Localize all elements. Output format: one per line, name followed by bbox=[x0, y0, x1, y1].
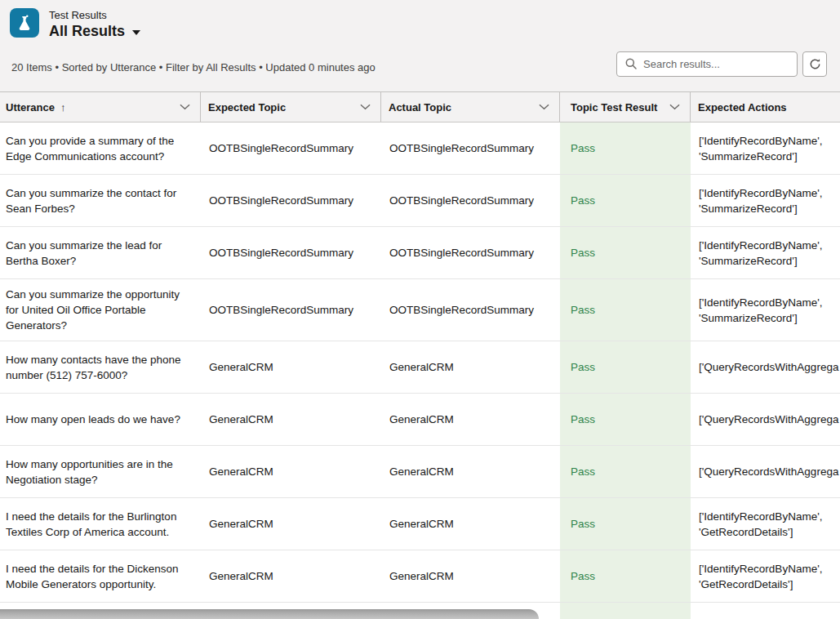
refresh-icon bbox=[809, 58, 821, 70]
cell-expected-topic: GeneralCRM bbox=[201, 446, 381, 497]
cell-topic-test-result: Pass bbox=[560, 498, 691, 550]
chevron-down-icon bbox=[360, 104, 371, 110]
cell-actual-topic: GeneralCRM bbox=[381, 498, 560, 550]
cell-expected-actions: ['IdentifyRecordByName', 'SummarizeRecor… bbox=[691, 122, 840, 174]
cell-topic-test-result: Pass bbox=[560, 279, 691, 341]
cell-expected-actions: ['IdentifyRecordByName' bbox=[691, 603, 840, 619]
cell-expected-topic: GeneralCRM bbox=[201, 498, 381, 550]
cell-topic-test-result: Pass bbox=[560, 394, 691, 445]
column-header-topic-test-result[interactable]: Topic Test Result bbox=[560, 92, 691, 122]
table-row: How many opportunities are in the Negoti… bbox=[0, 446, 840, 498]
search-icon bbox=[625, 58, 637, 69]
cell-expected-actions: ['QueryRecordsWithAggrega bbox=[691, 341, 840, 393]
cell-topic-test-result: Pass bbox=[560, 550, 691, 602]
cell-expected-topic: GeneralCRM bbox=[201, 394, 381, 445]
cell-topic-test-result bbox=[560, 603, 691, 619]
column-header-utterance[interactable]: Utterance ↑ bbox=[0, 92, 201, 122]
column-label: Expected Actions bbox=[698, 101, 787, 114]
list-info-text: 20 Items • Sorted by Utterance • Filter … bbox=[11, 61, 376, 73]
cell-expected-actions: ['IdentifyRecordByName', 'GetRecordDetai… bbox=[691, 550, 840, 602]
cell-topic-test-result: Pass bbox=[560, 122, 691, 174]
column-label: Utterance bbox=[6, 101, 55, 114]
cell-utterance: How many contacts have the phone number … bbox=[0, 341, 201, 393]
cell-expected-actions: ['IdentifyRecordByName', 'GetRecordDetai… bbox=[691, 498, 840, 550]
cell-expected-topic: OOTBSingleRecordSummary bbox=[201, 175, 381, 226]
object-label: Test Results bbox=[49, 9, 140, 21]
view-label: All Results bbox=[49, 23, 125, 40]
column-label: Expected Topic bbox=[208, 101, 286, 114]
column-header-expected-actions[interactable]: Expected Actions bbox=[691, 92, 840, 122]
chevron-down-icon bbox=[539, 104, 549, 110]
cell-actual-topic: GeneralCRM bbox=[381, 446, 560, 497]
list-view-selector[interactable]: All Results bbox=[49, 23, 140, 40]
cell-utterance: Can you provide a summary of the Edge Co… bbox=[0, 122, 201, 174]
cell-utterance: Can you summarize the contact for Sean F… bbox=[0, 175, 201, 226]
table-header-row: Utterance ↑ Expected Topic Actual Topic bbox=[0, 91, 840, 122]
column-menu-button[interactable] bbox=[357, 102, 374, 112]
table-row: How many contacts have the phone number … bbox=[0, 341, 840, 394]
docked-window-edge bbox=[0, 609, 539, 619]
cell-actual-topic: GeneralCRM bbox=[381, 341, 560, 393]
cell-topic-test-result: Pass bbox=[560, 227, 691, 278]
refresh-button[interactable] bbox=[802, 51, 827, 77]
flask-icon bbox=[16, 14, 33, 32]
table-row: Can you provide a summary of the Edge Co… bbox=[0, 122, 840, 175]
cell-actual-topic: OOTBSingleRecordSummary bbox=[381, 175, 560, 226]
search-box[interactable] bbox=[616, 51, 798, 77]
page-header: Test Results All Results 20 Items • Sort… bbox=[0, 0, 840, 91]
column-label: Topic Test Result bbox=[571, 101, 657, 114]
chevron-down-icon bbox=[669, 104, 680, 110]
cell-utterance: Can you summarize the opportunity for Un… bbox=[0, 279, 201, 341]
cell-actual-topic: OOTBSingleRecordSummary bbox=[381, 227, 560, 278]
test-results-page: Test Results All Results 20 Items • Sort… bbox=[0, 0, 840, 619]
title-row: Test Results All Results bbox=[0, 0, 840, 40]
cell-expected-actions: ['IdentifyRecordByName', 'SummarizeRecor… bbox=[691, 175, 840, 226]
column-label: Actual Topic bbox=[389, 101, 451, 114]
cell-expected-topic: OOTBSingleRecordSummary bbox=[201, 122, 381, 174]
cell-expected-topic: GeneralCRM bbox=[201, 341, 381, 393]
title-block: Test Results All Results bbox=[49, 8, 140, 40]
cell-utterance: How many open leads do we have? bbox=[0, 394, 201, 445]
cell-utterance: How many opportunities are in the Negoti… bbox=[0, 446, 201, 497]
cell-topic-test-result: Pass bbox=[560, 341, 691, 393]
chevron-down-icon bbox=[180, 104, 190, 110]
table-row: How many open leads do we have? GeneralC… bbox=[0, 394, 840, 446]
cell-expected-actions: ['QueryRecordsWithAggrega bbox=[691, 394, 840, 445]
search-input[interactable] bbox=[643, 58, 789, 70]
cell-utterance: Can you summarize the lead for Bertha Bo… bbox=[0, 227, 201, 278]
column-menu-button[interactable] bbox=[176, 102, 193, 112]
cell-actual-topic: OOTBSingleRecordSummary bbox=[381, 279, 560, 341]
list-meta-row: 20 Items • Sorted by Utterance • Filter … bbox=[11, 51, 827, 77]
table-row: I need the details for the Dickenson Mob… bbox=[0, 550, 840, 603]
cell-actual-topic: GeneralCRM bbox=[381, 394, 560, 445]
cell-expected-actions: ['IdentifyRecordByName', 'SummarizeRecor… bbox=[691, 227, 840, 278]
test-results-flask-icon bbox=[10, 8, 39, 38]
cell-topic-test-result: Pass bbox=[560, 446, 691, 497]
cell-expected-topic: OOTBSingleRecordSummary bbox=[201, 227, 381, 278]
table-row: Can you summarize the lead for Bertha Bo… bbox=[0, 227, 840, 279]
table-row: Can you summarize the contact for Sean F… bbox=[0, 175, 840, 227]
table-row: Can you summarize the opportunity for Un… bbox=[0, 279, 840, 341]
cell-expected-actions: ['QueryRecordsWithAggrega bbox=[691, 446, 840, 497]
cell-expected-topic: GeneralCRM bbox=[201, 550, 381, 602]
cell-expected-topic: OOTBSingleRecordSummary bbox=[201, 279, 381, 341]
list-controls bbox=[616, 51, 827, 77]
cell-topic-test-result: Pass bbox=[560, 175, 691, 226]
cell-utterance: I need the details for the Dickenson Mob… bbox=[0, 550, 201, 602]
cell-utterance: I need the details for the Burlington Te… bbox=[0, 498, 201, 550]
column-header-actual-topic[interactable]: Actual Topic bbox=[381, 92, 560, 122]
table-body: Can you provide a summary of the Edge Co… bbox=[0, 122, 840, 619]
column-header-expected-topic[interactable]: Expected Topic bbox=[201, 92, 381, 122]
cell-expected-actions: ['IdentifyRecordByName', 'SummarizeRecor… bbox=[691, 279, 840, 341]
results-table: Utterance ↑ Expected Topic Actual Topic bbox=[0, 91, 840, 619]
cell-actual-topic: GeneralCRM bbox=[381, 550, 560, 602]
sort-ascending-icon: ↑ bbox=[60, 101, 66, 114]
column-menu-button[interactable] bbox=[536, 102, 553, 112]
cell-actual-topic: OOTBSingleRecordSummary bbox=[381, 122, 560, 174]
table-row: I need the details for the Burlington Te… bbox=[0, 498, 840, 550]
caret-down-icon bbox=[132, 30, 140, 35]
column-menu-button[interactable] bbox=[666, 102, 683, 112]
